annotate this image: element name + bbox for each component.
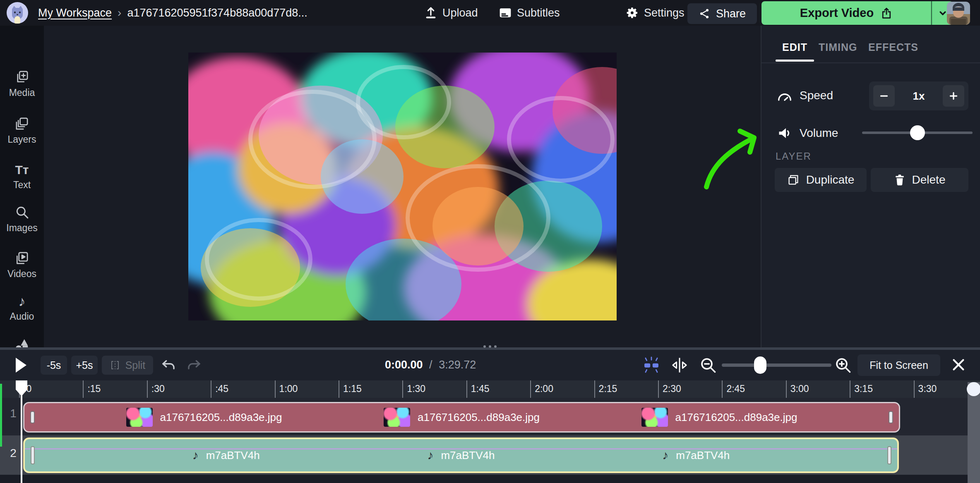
zoom-in-icon: [834, 356, 852, 374]
image-clip-track-1[interactable]: a176716205...d89a3e.jpg a176716205...d89…: [23, 402, 900, 433]
mirror-triangles-icon: [670, 356, 689, 374]
split-icon: [110, 360, 120, 371]
share-button[interactable]: Share: [687, 3, 757, 24]
volume-speaker-icon: [777, 126, 792, 142]
timeline-zoom-thumb[interactable]: [754, 356, 766, 374]
speed-gauge-icon: [776, 89, 793, 105]
share-icon: [699, 8, 710, 19]
topbar: My Workspace › a176716205951f374b88a00d7…: [0, 0, 980, 26]
breadcrumb-workspace-link[interactable]: My Workspace: [38, 7, 112, 19]
split-button[interactable]: Split: [102, 356, 153, 375]
ruler-tick: 2:30: [658, 380, 659, 398]
tab-edit[interactable]: EDIT: [782, 38, 807, 57]
audio-clip-name: m7aBTV4h: [676, 449, 730, 462]
ruler-tick: :15: [83, 380, 84, 398]
clip-trim-handle-right[interactable]: [887, 446, 891, 464]
ruler-tick: 1:30: [402, 380, 403, 398]
breadcrumb-project-title[interactable]: a176716205951f374b88a00d77d8...: [127, 7, 307, 19]
timeline-zoom-slider[interactable]: [722, 363, 831, 367]
delete-label: Delete: [912, 173, 946, 187]
ruler-tick-label: 2:45: [726, 383, 745, 395]
sidebar-item-layers[interactable]: Layers: [0, 116, 44, 145]
ruler-tick-label: 1:15: [343, 383, 362, 395]
ruler-tick-label: 1:45: [471, 383, 490, 395]
upload-button[interactable]: Upload: [424, 0, 478, 26]
cat-logo-icon: [7, 2, 28, 24]
subtitles-icon: [499, 6, 512, 19]
skip-forward-5s-button[interactable]: +5s: [71, 356, 98, 375]
timeline-controls: -5s +5s Split 0:00.00 / 3: [0, 350, 980, 380]
video-preview-frame[interactable]: [188, 53, 617, 320]
timeline-scrollbar[interactable]: [968, 382, 980, 483]
clip-thumbnail: [384, 408, 410, 427]
share-label: Share: [716, 7, 746, 20]
user-avatar[interactable]: [947, 2, 970, 25]
tab-timing[interactable]: TIMING: [819, 38, 858, 57]
ruler-tick-label: 2:30: [663, 383, 681, 395]
export-video-button[interactable]: Export Video: [761, 1, 931, 25]
timeline-scroll-handle[interactable]: [967, 382, 980, 396]
sidebar-item-text[interactable]: Tт Text: [0, 163, 44, 191]
audio-clip-divider-line: [25, 448, 897, 450]
ruler-tick: 2:00: [530, 380, 531, 398]
play-button[interactable]: [16, 358, 26, 373]
ruler-tick-label: 1:00: [279, 383, 298, 395]
time-display: 0:00.00 / 3:29.72: [385, 359, 476, 371]
sidebar-item-media[interactable]: Media: [0, 69, 44, 98]
undo-button[interactable]: [161, 359, 175, 373]
timeline-resize-handle[interactable]: [479, 344, 501, 349]
zoom-out-button[interactable]: [699, 356, 717, 375]
music-note-icon: ♪: [427, 449, 433, 461]
sidebar-item-images[interactable]: Images: [0, 204, 44, 234]
audio-note-icon: ♪: [19, 294, 26, 308]
volume-row: Volume: [761, 121, 980, 146]
sidebar-item-label: Layers: [7, 134, 36, 145]
clip-thumbnail: [126, 408, 153, 427]
audio-clip-track-2[interactable]: ♪ m7aBTV4h ♪ m7aBTV4h ♪ m7aBTV4h: [23, 438, 899, 473]
redo-button[interactable]: [187, 359, 201, 373]
fit-to-screen-button[interactable]: Fit to Screen: [858, 354, 940, 376]
app-logo[interactable]: [7, 2, 28, 24]
sidebar-item-audio[interactable]: ♪ Audio: [0, 294, 44, 322]
canvas-area: [44, 26, 760, 347]
sidebar-item-videos[interactable]: Videos: [0, 250, 44, 280]
duplicate-label: Duplicate: [806, 173, 855, 187]
sidebar-item-label: Text: [13, 179, 31, 191]
ruler-tick-label: :45: [215, 383, 228, 395]
snap-toggle-button[interactable]: [641, 356, 661, 376]
skip-back-5s-button[interactable]: -5s: [41, 356, 67, 375]
speed-decrease-button[interactable]: [873, 85, 895, 107]
ruler-tick: :30: [147, 380, 148, 398]
ruler-tick: 3:15: [850, 380, 850, 398]
trim-extend-icon-button[interactable]: [670, 356, 689, 375]
timeline-ruler[interactable]: :0:15:30:451:001:151:301:452:002:152:302…: [0, 380, 980, 398]
duplicate-button[interactable]: Duplicate: [775, 168, 867, 192]
video-editor-app: My Workspace › a176716205951f374b88a00d7…: [0, 0, 980, 483]
timeline-edge-indicator: [0, 384, 2, 447]
subtitles-button[interactable]: Subtitles: [499, 0, 560, 26]
ruler-tick: 1:00: [275, 380, 276, 398]
timeline-tracks: 1 2 a176716205...d89a3e.jpg a176716205..…: [0, 398, 980, 483]
settings-button[interactable]: Settings: [626, 0, 685, 26]
plus-icon: [948, 91, 959, 101]
delete-button[interactable]: Delete: [871, 168, 968, 192]
gear-icon: [626, 6, 639, 19]
ruler-tick-label: 1:30: [407, 383, 425, 395]
clip-trim-handle-right[interactable]: [889, 411, 893, 423]
audio-clip-name: m7aBTV4h: [441, 449, 495, 462]
volume-slider-thumb[interactable]: [910, 125, 925, 140]
clip-trim-handle-left[interactable]: [30, 411, 35, 423]
zoom-in-button[interactable]: [834, 356, 852, 375]
speed-increase-button[interactable]: [943, 85, 964, 107]
music-note-icon: ♪: [662, 449, 668, 461]
tab-effects[interactable]: EFFECTS: [868, 38, 918, 57]
layers-icon: [14, 116, 30, 132]
ruler-tick: 1:45: [466, 380, 467, 398]
clip-trim-handle-left[interactable]: [31, 446, 35, 464]
breadcrumb-separator: ›: [118, 6, 121, 19]
clip-label-group: a176716205...d89a3e.jpg: [384, 408, 540, 427]
close-timeline-button[interactable]: [950, 356, 967, 375]
layer-section-heading: LAYER: [776, 151, 812, 162]
sidebar-item-label: Media: [9, 87, 35, 98]
volume-slider[interactable]: [862, 132, 973, 134]
